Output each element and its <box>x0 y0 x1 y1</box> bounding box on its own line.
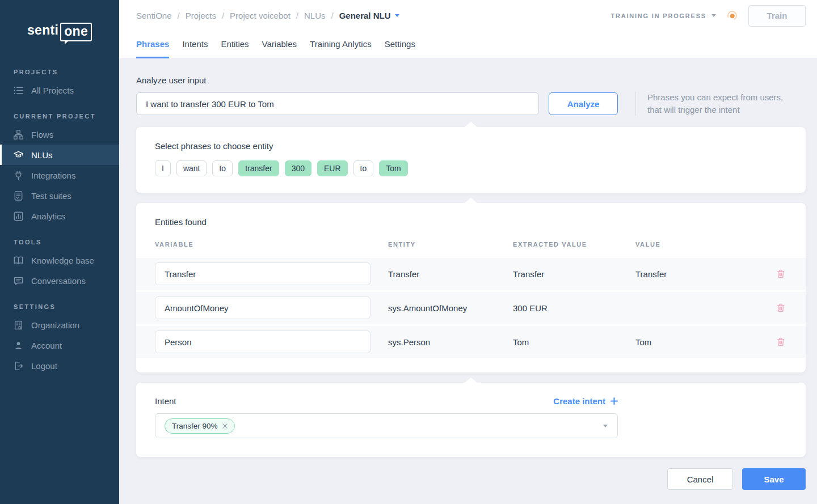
phrase-token[interactable]: to <box>353 160 374 176</box>
training-spinner-icon <box>726 10 739 22</box>
tab-phrases[interactable]: Phrases <box>136 31 169 58</box>
breadcrumb-projects[interactable]: Projects <box>186 11 230 20</box>
sidebar-item-logout[interactable]: Logout <box>0 355 119 376</box>
delete-entity-button[interactable] <box>774 302 787 314</box>
section-label-tools: TOOLS <box>14 239 106 245</box>
sidebar-item-analytics[interactable]: Analytics <box>0 206 119 226</box>
breadcrumb-project-voicebot[interactable]: Project voicebot <box>230 11 304 20</box>
entity-cell: sys.AmountOfMoney <box>388 303 513 313</box>
analyze-button[interactable]: Analyze <box>549 92 618 115</box>
sidebar-item-all-projects[interactable]: All Projects <box>0 80 119 100</box>
entities-found-title: Entities found <box>136 217 806 227</box>
create-intent-link[interactable]: Create intent <box>553 396 618 406</box>
section-label-projects: PROJECTS <box>14 69 106 75</box>
value-cell: Transfer <box>635 269 760 279</box>
user-icon <box>14 341 23 350</box>
breadcrumb-nlus[interactable]: NLUs <box>304 11 339 20</box>
chevron-down-icon <box>711 14 716 17</box>
entity-cell: sys.Person <box>388 337 513 347</box>
training-status-label: TRAINING IN PROGRESS <box>610 12 706 19</box>
train-button[interactable]: Train <box>748 5 806 27</box>
delete-entity-button[interactable] <box>774 336 787 348</box>
bar-chart-icon <box>14 211 23 221</box>
analyze-user-input[interactable] <box>136 92 539 115</box>
extracted-value-cell: 300 EUR <box>513 303 635 313</box>
tab-variables[interactable]: Variables <box>262 31 297 58</box>
tab-training-analytics[interactable]: Training Anlytics <box>310 31 372 58</box>
main-panel: SentiOne Projects Project voicebot NLUs … <box>119 0 817 504</box>
table-row: Transfer Transfer Transfer <box>136 258 806 290</box>
sidebar-item-conversations[interactable]: Conversations <box>0 270 119 291</box>
table-row: sys.Person Tom Tom <box>136 326 806 358</box>
sidebar-item-label: Analytics <box>31 211 65 221</box>
plug-icon <box>14 171 23 180</box>
breadcrumb-current-nlu[interactable]: General NLU <box>339 11 399 20</box>
intent-tag-label: Transfer 90% <box>172 422 218 430</box>
phrase-token[interactable]: want <box>176 160 207 176</box>
delete-entity-button[interactable] <box>774 268 787 280</box>
intent-select[interactable]: Transfer 90% <box>155 413 618 438</box>
sidebar-item-account[interactable]: Account <box>0 335 119 355</box>
building-icon <box>14 320 23 330</box>
phrase-token[interactable]: to <box>212 160 233 176</box>
section-label-current-project: CURRENT PROJECT <box>14 113 106 120</box>
column-header-value: VALUE <box>635 241 760 248</box>
graduation-cap-icon <box>14 150 23 160</box>
close-icon <box>222 423 228 429</box>
phrase-token-selected[interactable]: EUR <box>317 160 348 176</box>
footer-actions: Cancel Save <box>136 468 806 502</box>
sidebar-item-flows[interactable]: Flows <box>0 124 119 145</box>
analyze-input-label: Analyze user input <box>136 75 806 85</box>
tab-bar: Phrases Intents Entities Variables Train… <box>119 31 817 58</box>
tab-settings[interactable]: Settings <box>385 31 415 58</box>
content-area: Analyze user input Analyze Phrases you c… <box>119 58 817 504</box>
select-phrases-card: Select phrases to choose entity I want t… <box>136 127 806 193</box>
sidebar-item-nlus[interactable]: NLUs <box>0 145 119 165</box>
chat-icon <box>14 276 23 286</box>
variable-name-input[interactable] <box>155 331 370 353</box>
select-phrases-title: Select phrases to choose entity <box>155 141 787 151</box>
tab-intents[interactable]: Intents <box>182 31 208 58</box>
breadcrumb-sentione[interactable]: SentiOne <box>136 11 186 20</box>
phrase-token-selected[interactable]: 300 <box>285 160 311 176</box>
plus-icon <box>610 397 618 405</box>
column-header-extracted-value: EXTRACTED VALUE <box>513 241 635 248</box>
sidebar-item-organization[interactable]: Organization <box>0 315 119 335</box>
create-intent-label: Create intent <box>553 396 605 406</box>
trash-icon <box>776 337 786 347</box>
sidebar-item-integrations[interactable]: Integrations <box>0 165 119 185</box>
logo-text-senti: senti <box>27 23 58 38</box>
tab-entities[interactable]: Entities <box>221 31 249 58</box>
analyze-hint-text: Phrases you can expect from users, that … <box>647 91 783 116</box>
variable-name-input[interactable] <box>155 297 370 319</box>
training-status-dropdown[interactable]: TRAINING IN PROGRESS <box>610 12 716 19</box>
divider <box>635 92 636 116</box>
cancel-button[interactable]: Cancel <box>667 468 733 490</box>
save-button[interactable]: Save <box>742 468 806 490</box>
section-label-settings: SETTINGS <box>14 303 106 310</box>
checklist-icon <box>14 191 23 201</box>
sidebar-item-label: Integrations <box>31 171 75 180</box>
phrase-token-selected[interactable]: Tom <box>379 160 407 176</box>
sidebar-item-test-suites[interactable]: Test suites <box>0 185 119 206</box>
remove-intent-button[interactable] <box>222 423 228 429</box>
entity-cell: Transfer <box>388 269 513 279</box>
list-icon <box>14 86 23 95</box>
flow-icon <box>14 130 23 139</box>
table-row: sys.AmountOfMoney 300 EUR <box>136 292 806 324</box>
phrase-token[interactable]: I <box>155 160 171 176</box>
sidebar-item-label: Account <box>31 341 62 350</box>
sidebar-item-knowledge-base[interactable]: Knowledge base <box>0 250 119 270</box>
phrase-token-selected[interactable]: transfer <box>238 160 279 176</box>
intent-header: Intent Create intent <box>155 396 618 406</box>
sidebar-item-label: Logout <box>31 361 57 371</box>
sidebar: sentione PROJECTS All Projects CURRENT P… <box>0 0 119 504</box>
entities-table-header: VARIABLE ENTITY EXTRACTED VALUE VALUE <box>136 241 806 248</box>
sidebar-item-label: Flows <box>31 130 53 139</box>
column-header-variable: VARIABLE <box>155 241 388 248</box>
variable-name-input[interactable] <box>155 262 370 285</box>
sidebar-item-label: Organization <box>31 320 79 330</box>
intent-title: Intent <box>155 396 176 406</box>
sidebar-item-label: Test suites <box>31 191 71 201</box>
topbar: SentiOne Projects Project voicebot NLUs … <box>119 0 817 31</box>
